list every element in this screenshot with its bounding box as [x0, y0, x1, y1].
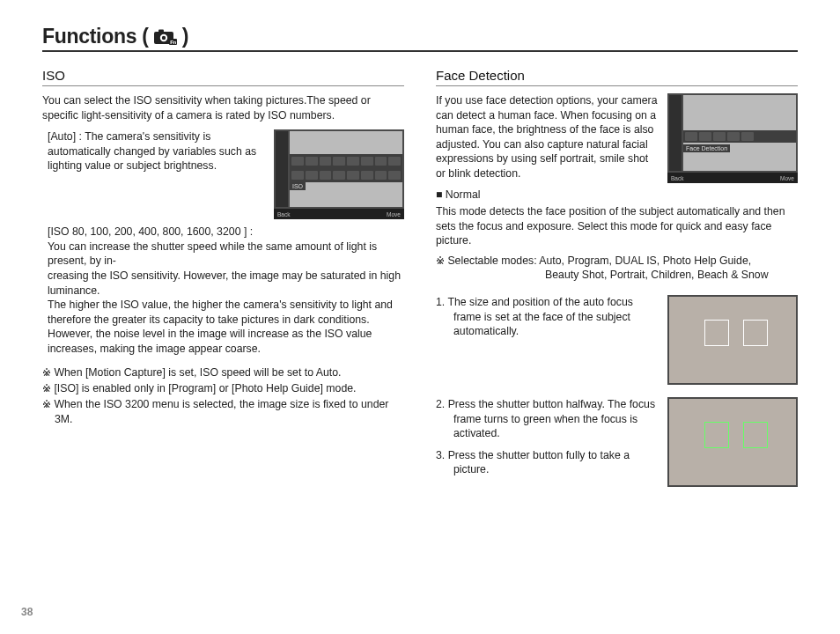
iso-note1: ※ When [Motion Capture] is set, ISO spee… [42, 365, 404, 380]
fd-normal-body: This mode detects the face position of t… [436, 204, 798, 248]
iso-auto-label: [Auto] : [48, 130, 82, 143]
iso-list-head: [ISO 80, 100, 200, 400, 800, 1600, 3200 … [48, 225, 404, 240]
page-number: 38 [21, 606, 33, 618]
svg-rect-1 [158, 29, 164, 32]
iso-note3: ※ When the ISO 3200 menu is selected, th… [42, 397, 404, 427]
iso-shot-move: Move [387, 211, 401, 217]
fd-normal-head: ■ Normal [436, 188, 798, 201]
iso-note2: ※ [ISO] is enabled only in [Program] or … [42, 381, 404, 396]
camera-fn-icon: Fn [154, 29, 177, 45]
iso-shot-label: ISO [290, 182, 306, 190]
col-face-detection: Face Detection If you use face detection… [436, 68, 798, 487]
title-suffix: ) [182, 25, 188, 48]
col-iso: ISO You can select the ISO sensitivity w… [42, 68, 404, 487]
fd-screenshot-step2 [667, 397, 798, 487]
iso-list-body3: The higher the ISO value, the higher the… [48, 298, 404, 356]
fd-screenshot-step1 [667, 295, 798, 385]
iso-intro: You can select the ISO sensitivity when … [42, 93, 404, 122]
svg-point-3 [161, 35, 165, 39]
iso-screenshot: ISO Back Move [274, 129, 404, 219]
fd-screenshot-menu: Face Detection Back Move [667, 93, 798, 183]
fd-shot-label: Face Detection [683, 144, 730, 152]
fd-intro: If you use face detection options, your … [436, 93, 659, 181]
fd-heading: Face Detection [436, 68, 798, 86]
title-prefix: Functions ( [42, 25, 149, 48]
fd-shot-move: Move [780, 175, 794, 181]
iso-heading: ISO [42, 68, 404, 86]
fd-selectable2: Beauty Shot, Portrait, Children, Beach &… [436, 268, 798, 283]
iso-shot-back: Back [277, 211, 290, 217]
fd-step2: 2. Press the shutter button halfway. The… [436, 397, 659, 441]
fd-step3: 3. Press the shutter button fully to tak… [436, 448, 659, 477]
fd-step1: 1. The size and position of the auto foc… [436, 295, 659, 339]
iso-list-body1: You can increase the shutter speed while… [48, 240, 404, 269]
title-rule [42, 50, 798, 52]
svg-text:Fn: Fn [170, 39, 176, 44]
fd-selectable: ※ Selectable modes: Auto, Program, DUAL … [436, 254, 798, 269]
fd-shot-back: Back [671, 175, 683, 181]
page-title: Functions ( Fn ) [42, 25, 798, 48]
iso-list-body2: creasing the ISO sensitivity. However, t… [48, 269, 404, 298]
